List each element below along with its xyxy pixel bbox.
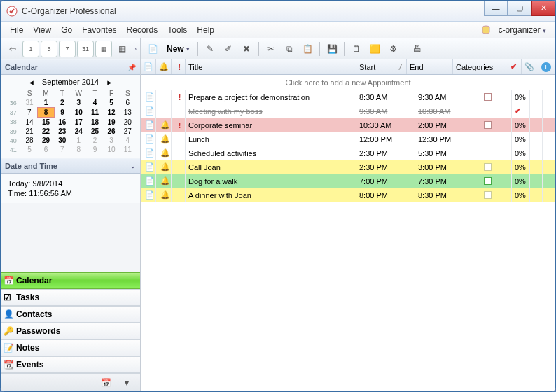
cal-day[interactable]: 1	[71, 136, 87, 145]
appointment-row[interactable]: 📄🔔Dog for a walk7:00 PM7:30 PM0%	[141, 174, 555, 188]
col-start[interactable]: Start	[356, 59, 391, 74]
cal-day[interactable]: 19	[103, 118, 119, 127]
menu-file[interactable]: File	[5, 24, 28, 36]
appointment-row[interactable]: 📄Meeting with my boss9:30 AM10:00 AM✔	[141, 104, 555, 118]
footer-calendar-icon[interactable]: 📅	[97, 374, 114, 391]
edit-button[interactable]: ✎	[202, 41, 218, 57]
mini-calendar[interactable]: SMTWTFS363112345637789101112133814151617…	[1, 89, 140, 158]
menu-records[interactable]: Records	[122, 24, 163, 36]
add-appointment-row[interactable]: Click here to add a new Appointment	[141, 75, 555, 90]
col-title[interactable]: Title	[186, 59, 356, 74]
nav-tasks[interactable]: ☑Tasks	[1, 289, 140, 306]
paste-button[interactable]: 📋	[299, 41, 316, 57]
cal-day[interactable]: 7	[21, 108, 37, 118]
nav-notes[interactable]: 📝Notes	[1, 340, 140, 356]
appointment-row[interactable]: 📄🔔!Corporate seminar10:30 AM2:00 PM0%	[141, 118, 555, 132]
note-button[interactable]: 🗒	[348, 41, 365, 57]
cal-day[interactable]: 3	[71, 98, 87, 108]
filter-button[interactable]: ⚙	[384, 41, 401, 57]
cal-day[interactable]: 17	[71, 118, 87, 127]
menu-go[interactable]: Go	[56, 24, 77, 36]
nav-contacts[interactable]: 👤Contacts	[1, 306, 140, 323]
menu-tools[interactable]: Tools	[162, 24, 192, 36]
cal-day[interactable]: 30	[54, 136, 70, 145]
cal-day[interactable]: 7	[54, 145, 70, 154]
col-info[interactable]: i	[534, 59, 555, 74]
col-icon1[interactable]: 📄	[141, 59, 156, 74]
cal-day[interactable]: 6	[38, 145, 54, 154]
col-attach[interactable]: 📎	[522, 59, 534, 74]
cal-day[interactable]: 4	[87, 98, 103, 108]
cal-day[interactable]: 21	[21, 127, 37, 136]
nav-events[interactable]: 📆Events	[1, 356, 140, 373]
cal-day[interactable]: 5	[103, 98, 119, 108]
new-doc-button[interactable]: 📄	[144, 41, 161, 57]
cal-day[interactable]: 8	[71, 145, 87, 154]
nav-passwords[interactable]: 🔑Passwords	[1, 323, 140, 340]
cal-day[interactable]: 14	[21, 118, 37, 127]
close-button[interactable]: ✕	[531, 1, 555, 16]
col-end[interactable]: End	[407, 59, 453, 74]
appointment-row[interactable]: 📄🔔Lunch12:00 PM12:30 PM0%	[141, 132, 555, 146]
cut-button[interactable]: ✂	[263, 41, 279, 57]
appointment-row[interactable]: 📄🔔Scheduled activities2:30 PM5:30 PM0%	[141, 146, 555, 160]
view-31[interactable]: 31	[77, 41, 94, 57]
delete-button[interactable]: ✖	[238, 41, 255, 57]
cal-day[interactable]: 18	[87, 118, 103, 127]
database-selector[interactable]: c-organizer ▾	[494, 24, 551, 36]
appointment-row[interactable]: 📄🔔A dinner with Joan8:00 PM8:30 PM0%	[141, 188, 555, 202]
rename-button[interactable]: ✐	[220, 41, 237, 57]
view-month[interactable]: ▦	[95, 41, 112, 57]
col-sortdir[interactable]: /	[391, 59, 407, 74]
save-button[interactable]: 💾	[324, 41, 340, 57]
pin-icon[interactable]: 📌	[127, 64, 136, 71]
cal-day[interactable]: 12	[103, 108, 119, 118]
cal-day[interactable]: 25	[87, 127, 103, 136]
cal-day[interactable]: 2	[87, 136, 103, 145]
col-categories[interactable]: Categories	[453, 59, 503, 74]
new-button[interactable]: New ▾	[162, 41, 195, 57]
highlight-button[interactable]: 🟨	[366, 41, 383, 57]
view-5day[interactable]: 5	[41, 41, 57, 57]
menu-view[interactable]: View	[28, 24, 56, 36]
view-7day[interactable]: 7	[59, 41, 76, 57]
view-more[interactable]: ▦	[113, 41, 130, 57]
collapse-icon[interactable]: ⌄	[130, 162, 136, 169]
cal-day[interactable]: 1	[38, 98, 54, 108]
view-day[interactable]: 1	[22, 41, 39, 57]
prev-month-button[interactable]: ◀	[29, 78, 34, 86]
cal-day[interactable]: 8	[38, 108, 54, 118]
menu-help[interactable]: Help	[192, 24, 219, 36]
cal-day[interactable]: 26	[103, 127, 119, 136]
maximize-button[interactable]: ▢	[508, 1, 531, 16]
next-month-button[interactable]: ▶	[107, 78, 111, 86]
appointment-row[interactable]: 📄🔔Call Joan2:30 PM3:00 PM0%	[141, 160, 555, 174]
copy-button[interactable]: ⧉	[281, 41, 298, 57]
cal-day[interactable]: 31	[21, 98, 37, 108]
col-icon2[interactable]: 🔔	[156, 59, 172, 74]
cal-day[interactable]: 27	[120, 127, 136, 136]
cal-day[interactable]: 5	[21, 145, 37, 154]
footer-config-icon[interactable]: ▾	[118, 374, 135, 391]
appointment-row[interactable]: 📄!Prepare a project for demonstration8:3…	[141, 90, 555, 104]
cal-day[interactable]: 11	[87, 108, 103, 118]
cal-day[interactable]: 28	[21, 136, 37, 145]
col-done[interactable]: ✔	[503, 59, 522, 74]
cal-day[interactable]: 3	[103, 136, 119, 145]
nav-back[interactable]: ⇦	[4, 41, 21, 57]
cal-day[interactable]: 24	[71, 127, 87, 136]
minimize-button[interactable]: —	[484, 1, 508, 16]
cal-day[interactable]: 22	[38, 127, 54, 136]
cal-day[interactable]: 16	[54, 118, 70, 127]
cal-day[interactable]: 20	[120, 118, 136, 127]
cal-day[interactable]: 13	[120, 108, 136, 118]
cal-day[interactable]: 23	[54, 127, 70, 136]
cal-day[interactable]: 15	[38, 118, 54, 127]
grid-body[interactable]: 📄!Prepare a project for demonstration8:3…	[141, 90, 555, 391]
print-button[interactable]: 🖶	[409, 41, 426, 57]
cal-day[interactable]: 6	[120, 98, 136, 108]
cal-day[interactable]: 9	[54, 108, 70, 118]
nav-calendar[interactable]: 📅Calendar	[1, 272, 140, 289]
menu-favorites[interactable]: Favorites	[77, 24, 121, 36]
cal-day[interactable]: 11	[120, 145, 136, 154]
